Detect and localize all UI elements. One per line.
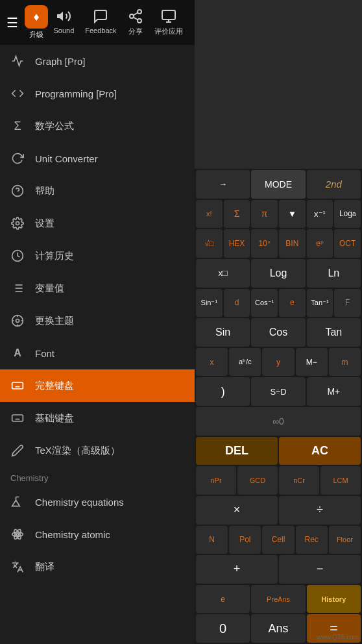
btn-ep[interactable]: eᵖ: [307, 229, 333, 258]
btn-ans[interactable]: Ans: [251, 614, 305, 643]
feedback-button[interactable]: Feedback: [85, 8, 116, 36]
btn-arrow[interactable]: →: [196, 170, 250, 199]
btn-floor[interactable]: Floor: [329, 526, 361, 554]
upgrade-button[interactable]: ♦ 升级: [25, 5, 48, 40]
btn-sin-inv[interactable]: Sin⁻¹: [196, 289, 223, 317]
btn-loga[interactable]: Loga: [334, 200, 361, 229]
btn-ln[interactable]: Ln: [307, 259, 361, 288]
btn-s-div-d[interactable]: S÷D: [251, 377, 305, 406]
menu-label-help: 帮助: [35, 185, 54, 197]
btn-cos-inv[interactable]: Cos⁻¹: [251, 289, 278, 317]
menu-item-history[interactable]: 计算历史: [0, 240, 195, 272]
btn-m-minus[interactable]: M−: [296, 348, 328, 377]
btn-x-sq[interactable]: x□: [196, 259, 250, 288]
btn-tan[interactable]: Tan: [307, 318, 361, 347]
menu-item-programming[interactable]: Programming [Pro]: [0, 77, 195, 110]
btn-mul[interactable]: ×: [196, 496, 278, 525]
btn-history[interactable]: History: [307, 585, 361, 613]
btn-cell[interactable]: Cell: [262, 526, 294, 554]
btn-x[interactable]: x: [196, 348, 228, 377]
menu-icon[interactable]: ☰: [6, 15, 18, 31]
menu-item-theme[interactable]: 更换主题: [0, 304, 195, 337]
menu-item-font[interactable]: A Font: [0, 337, 195, 369]
menu-item-translate[interactable]: 翻译: [0, 551, 195, 583]
menu-label-variables: 变量值: [35, 282, 64, 295]
btn-preans[interactable]: PreAns: [251, 585, 305, 613]
btn-lcm[interactable]: LCM: [320, 466, 361, 495]
btn-n[interactable]: N: [196, 526, 228, 554]
btn-x-inv[interactable]: x⁻¹: [307, 200, 333, 229]
menu-item-chem-atom[interactable]: Chemistry atomic: [0, 518, 195, 551]
btn-x-fact[interactable]: x!: [196, 200, 223, 229]
btn-hex[interactable]: HEX: [224, 229, 250, 258]
menu-item-fullkb[interactable]: 完整键盘: [0, 369, 195, 402]
svg-line-5: [133, 13, 138, 16]
btn-ac[interactable]: AC: [279, 437, 361, 465]
menu-item-graph[interactable]: Graph [Pro]: [0, 45, 195, 77]
menu-item-unit[interactable]: Unit Converter: [0, 142, 195, 175]
btn-pol[interactable]: Pol: [229, 526, 261, 554]
calc-row-14: + −: [196, 555, 361, 584]
btn-m[interactable]: m: [329, 348, 361, 377]
pencil-icon: [10, 443, 25, 458]
menu-item-tex[interactable]: TeX渲染（高级版）: [0, 434, 195, 467]
btn-del[interactable]: DEL: [196, 437, 278, 465]
svg-line-4: [133, 18, 138, 20]
keyboard-icon: [10, 378, 25, 393]
btn-y[interactable]: y: [262, 348, 294, 377]
btn-bin[interactable]: BIN: [279, 229, 306, 258]
btn-e[interactable]: e: [279, 289, 306, 317]
btn-mode[interactable]: MODE: [251, 170, 305, 199]
feedback-label: Feedback: [85, 27, 116, 34]
menu-item-basickb[interactable]: 基础键盘: [0, 402, 195, 434]
svg-rect-25: [12, 382, 23, 389]
btn-sqrt[interactable]: √□: [196, 229, 223, 258]
btn-inf[interactable]: ∞0: [196, 407, 361, 436]
menu-item-settings[interactable]: 设置: [0, 207, 195, 240]
btn-add[interactable]: +: [196, 555, 278, 584]
btn-sin[interactable]: Sin: [196, 318, 250, 347]
btn-gcd[interactable]: GCD: [237, 466, 278, 495]
btn-ab-c[interactable]: aᵇ/c: [229, 348, 261, 377]
menu-label-settings: 设置: [35, 217, 54, 230]
menu-item-math[interactable]: Σ 数学公式: [0, 110, 195, 142]
svg-point-1: [138, 10, 141, 14]
btn-2nd[interactable]: 2nd: [307, 170, 361, 199]
calc-row-9: ∞0: [196, 407, 361, 436]
toolbar-actions: Sound Feedback 分享: [48, 8, 188, 36]
btn-oct[interactable]: OCT: [334, 229, 361, 258]
btn-zero[interactable]: 0: [196, 614, 250, 643]
share-button[interactable]: 分享: [128, 8, 143, 36]
btn-npr[interactable]: nPr: [196, 466, 236, 495]
calc-row-2: x! Σ π ▼ x⁻¹ Loga: [196, 200, 361, 229]
btn-e2[interactable]: e: [196, 585, 250, 613]
sound-button[interactable]: Sound: [53, 8, 74, 36]
btn-down[interactable]: ▼: [279, 200, 306, 229]
btn-f[interactable]: F: [334, 289, 361, 317]
calc-row-15: e PreAns History: [196, 585, 361, 613]
svg-marker-0: [57, 12, 63, 21]
btn-tan-inv[interactable]: Tan⁻¹: [307, 289, 333, 317]
menu-item-chem-eq[interactable]: Chemistry equations: [0, 486, 195, 518]
menu-label-programming: Programming [Pro]: [35, 88, 117, 99]
btn-pi[interactable]: π: [251, 200, 278, 229]
btn-d[interactable]: d: [224, 289, 250, 317]
btn-cos[interactable]: Cos: [251, 318, 305, 347]
refresh-icon: [10, 151, 25, 166]
translate-icon: [10, 560, 25, 574]
btn-log[interactable]: Log: [251, 259, 305, 288]
btn-ncr[interactable]: nCr: [279, 466, 319, 495]
menu-item-help[interactable]: 帮助: [0, 175, 195, 207]
btn-div[interactable]: ÷: [279, 496, 361, 525]
btn-10x[interactable]: 10ˣ: [251, 229, 278, 258]
drawer-toolbar: ☰ ♦ 升级 Sound Feedback: [0, 0, 195, 45]
btn-rparen[interactable]: ): [196, 377, 250, 406]
svg-point-3: [138, 19, 141, 23]
atom-icon: [10, 527, 25, 541]
rate-button[interactable]: 评价应用: [154, 8, 183, 36]
btn-rec[interactable]: Rec: [296, 526, 328, 554]
btn-m-plus[interactable]: M+: [307, 377, 361, 406]
menu-item-variables[interactable]: 变量值: [0, 272, 195, 304]
btn-sub[interactable]: −: [279, 555, 361, 584]
btn-sigma[interactable]: Σ: [224, 200, 250, 229]
